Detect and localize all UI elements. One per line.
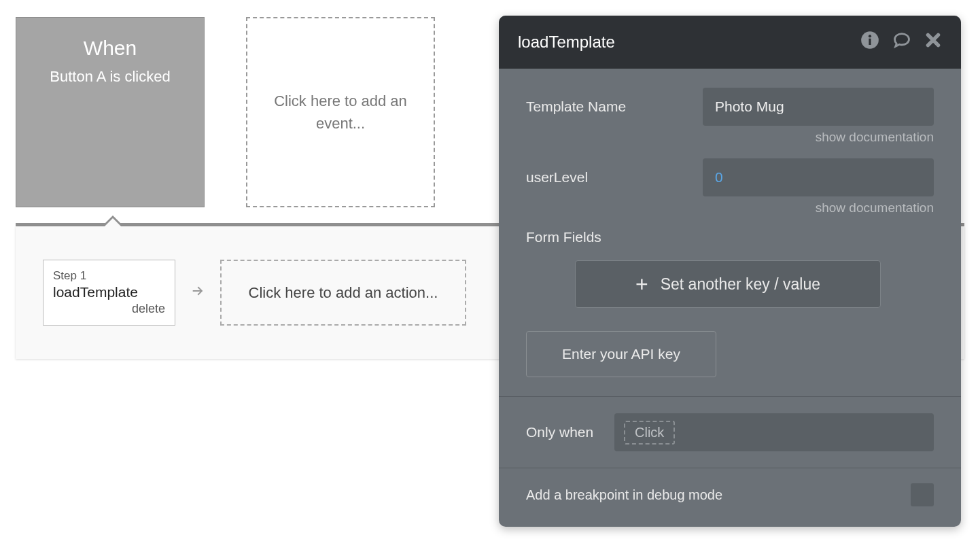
step-number-label: Step 1 [53,269,165,283]
template-name-doc-link[interactable]: show documentation [526,130,934,145]
event-title: When [16,37,204,60]
template-name-label: Template Name [526,99,703,115]
breakpoint-checkbox[interactable] [911,483,934,506]
panel-header[interactable]: loadTemplate [499,16,961,69]
panel-title: loadTemplate [518,33,860,52]
only-when-chip[interactable]: Click [624,421,675,445]
arrow-right-icon [190,282,205,303]
step-block[interactable]: Step 1 loadTemplate delete [43,260,175,326]
only-when-row: Only when Click [526,397,934,468]
comment-icon[interactable] [892,31,912,54]
user-level-doc-link[interactable]: show documentation [526,201,934,215]
prop-row-user-level: userLevel 0 [526,158,934,196]
event-trigger-block[interactable]: When Button A is clicked [16,17,205,207]
enter-api-key-text: Enter your API key [562,346,680,362]
user-level-field[interactable]: 0 [703,158,934,196]
template-name-field[interactable]: Photo Mug [703,88,934,126]
svg-rect-1 [869,39,871,45]
set-key-value-text: Set another key / value [661,275,820,294]
breakpoint-row: Add a breakpoint in debug mode [526,468,934,527]
plus-icon: + [635,273,648,295]
only-when-field[interactable]: Click [614,413,934,451]
form-fields-label: Form Fields [526,229,934,245]
only-when-label: Only when [526,424,614,440]
close-icon[interactable] [924,31,942,53]
add-event-text: Click here to add an event... [268,90,413,135]
add-action-placeholder[interactable]: Click here to add an action... [220,260,466,326]
step-action-name: loadTemplate [53,284,165,300]
event-caret-icon-inner [105,218,121,226]
svg-point-2 [869,35,871,37]
breakpoint-label: Add a breakpoint in debug mode [526,487,722,503]
property-panel: loadTemplate Template Name Photo Mug sho… [499,16,961,527]
step-delete-link[interactable]: delete [53,302,165,316]
prop-row-template-name: Template Name Photo Mug [526,88,934,126]
set-key-value-button[interactable]: + Set another key / value [575,260,881,308]
user-level-label: userLevel [526,169,703,186]
info-icon[interactable] [860,31,879,54]
add-event-placeholder[interactable]: Click here to add an event... [246,17,435,207]
enter-api-key-button[interactable]: Enter your API key [526,331,716,377]
add-action-text: Click here to add an action... [249,284,438,302]
event-description: Button A is clicked [16,68,204,86]
panel-body: Template Name Photo Mug show documentati… [499,69,961,527]
